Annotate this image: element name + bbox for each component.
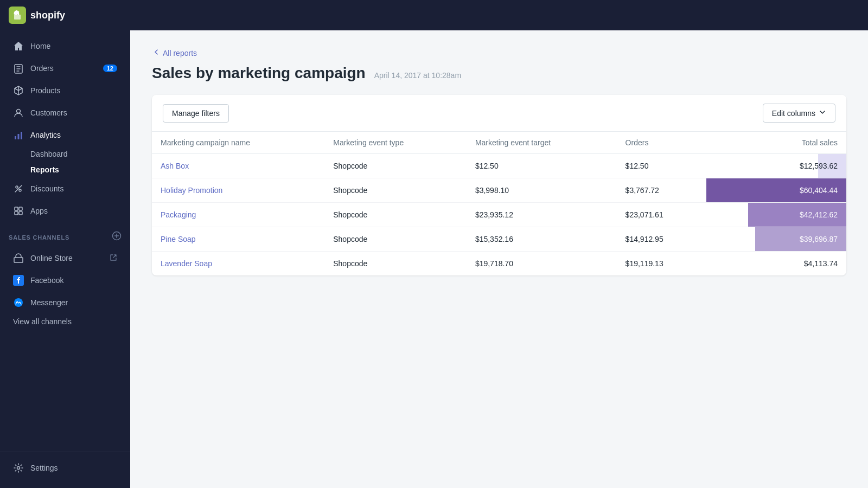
sidebar-item-home-label: Home — [30, 42, 50, 50]
total-sales-cell: $60,404.44 — [706, 178, 847, 203]
external-link-icon[interactable] — [110, 254, 117, 263]
event-target-cell: $15,352.16 — [467, 227, 617, 252]
table-row: Pine SoapShopcode$15,352.16$14,912.95$39… — [152, 227, 846, 252]
messenger-icon — [13, 297, 24, 308]
facebook-icon — [13, 275, 24, 286]
sidebar-item-messenger-label: Messenger — [30, 298, 68, 307]
total-sales-value: $39,696.87 — [706, 227, 847, 251]
orders-badge: 12 — [103, 65, 117, 72]
products-icon — [13, 85, 24, 96]
total-sales-cell: $4,113.74 — [706, 252, 847, 276]
view-all-channels[interactable]: View all channels — [4, 314, 126, 329]
col-campaign-name: Marketing campaign name — [152, 132, 324, 154]
orders-cell: $3,767.72 — [617, 178, 706, 203]
back-link[interactable]: All reports — [152, 48, 846, 58]
edit-columns-button[interactable]: Edit columns — [763, 104, 835, 123]
sidebar-item-facebook[interactable]: Facebook — [4, 269, 126, 291]
table-row: Lavender SoapShopcode$19,718.70$19,119.1… — [152, 252, 846, 276]
col-orders: Orders — [617, 132, 706, 154]
discounts-icon — [13, 183, 24, 194]
event-target-cell: $19,718.70 — [467, 252, 617, 276]
svg-point-6 — [16, 186, 18, 188]
sidebar-item-orders-label: Orders — [30, 64, 54, 73]
sidebar-sub-dashboard[interactable]: Dashboard — [4, 146, 126, 162]
event-target-cell: $3,998.10 — [467, 178, 617, 203]
sidebar-item-customers-label: Customers — [30, 108, 67, 117]
svg-point-7 — [19, 189, 21, 191]
logo-text: shopify — [30, 10, 65, 21]
event-target-cell: $23,935.12 — [467, 203, 617, 227]
sidebar-item-settings-label: Settings — [30, 464, 58, 472]
sidebar-sub-reports-label: Reports — [30, 165, 59, 174]
sidebar-item-home[interactable]: Home — [4, 35, 126, 57]
event-target-cell: $12.50 — [467, 154, 617, 178]
shopify-logo[interactable]: shopify — [9, 7, 65, 24]
apps-icon — [13, 206, 24, 216]
col-total-sales: Total sales — [706, 132, 847, 154]
campaign-name-cell[interactable]: Pine Soap — [152, 227, 324, 252]
total-sales-value: $60,404.44 — [706, 178, 847, 202]
sidebar-item-online-store[interactable]: Online Store — [4, 247, 126, 269]
col-event-target: Marketing event target — [467, 132, 617, 154]
sidebar-item-analytics[interactable]: Analytics — [4, 124, 126, 146]
sidebar-item-settings[interactable]: Settings — [4, 457, 126, 479]
sidebar-item-products[interactable]: Products — [4, 80, 126, 101]
event-type-cell: Shopcode — [324, 154, 467, 178]
add-channel-icon[interactable] — [112, 231, 122, 243]
svg-rect-5 — [21, 132, 22, 139]
sidebar-item-discounts[interactable]: Discounts — [4, 178, 126, 200]
event-type-cell: Shopcode — [324, 227, 467, 252]
store-icon — [13, 253, 24, 264]
sidebar-item-apps[interactable]: Apps — [4, 200, 126, 222]
page-title: Sales by marketing campaign — [152, 65, 366, 82]
col-event-type: Marketing event type — [324, 132, 467, 154]
campaign-name-cell[interactable]: Lavender Soap — [152, 252, 324, 276]
total-sales-value: $4,113.74 — [706, 252, 847, 275]
sidebar-item-online-store-label: Online Store — [30, 254, 73, 262]
total-sales-cell: $42,412.62 — [706, 203, 847, 227]
orders-icon — [13, 63, 24, 74]
svg-rect-11 — [19, 211, 22, 215]
orders-cell: $12.50 — [617, 154, 706, 178]
shopify-logo-icon — [9, 7, 26, 24]
sidebar: Home Orders 12 Products — [0, 30, 130, 488]
sales-channels-label: SALES CHANNELS — [9, 234, 69, 241]
total-sales-value: $42,412.62 — [706, 203, 847, 227]
sales-channels-section: SALES CHANNELS — [0, 222, 130, 247]
table-row: Ash BoxShopcode$12.50$12.50$12,593.62 — [152, 154, 846, 178]
svg-rect-9 — [19, 207, 22, 210]
settings-icon — [13, 463, 24, 473]
campaign-name-cell[interactable]: Holiday Promotion — [152, 178, 324, 203]
report-table: Marketing campaign name Marketing event … — [152, 132, 846, 275]
sidebar-item-customers[interactable]: Customers — [4, 102, 126, 124]
total-sales-cell: $12,593.62 — [706, 154, 847, 178]
main-content: All reports Sales by marketing campaign … — [130, 30, 868, 488]
svg-point-16 — [17, 467, 20, 470]
table-row: PackagingShopcode$23,935.12$23,071.61$42… — [152, 203, 846, 227]
sidebar-sub-reports[interactable]: Reports — [4, 162, 126, 177]
event-type-cell: Shopcode — [324, 203, 467, 227]
sidebar-item-products-label: Products — [30, 86, 60, 95]
orders-cell: $14,912.95 — [617, 227, 706, 252]
page-date: April 14, 2017 at 10:28am — [374, 71, 461, 80]
sidebar-item-discounts-label: Discounts — [30, 184, 63, 193]
svg-point-2 — [17, 110, 21, 113]
svg-rect-3 — [15, 136, 16, 139]
back-arrow-icon — [152, 48, 161, 58]
home-icon — [13, 41, 24, 52]
svg-rect-4 — [18, 134, 20, 139]
analytics-icon — [13, 130, 24, 140]
customers-icon — [13, 107, 24, 118]
sidebar-item-orders[interactable]: Orders 12 — [4, 57, 126, 79]
sidebar-item-apps-label: Apps — [30, 207, 48, 215]
campaign-name-cell[interactable]: Packaging — [152, 203, 324, 227]
total-sales-cell: $39,696.87 — [706, 227, 847, 252]
manage-filters-button[interactable]: Manage filters — [163, 104, 229, 123]
orders-cell: $23,071.61 — [617, 203, 706, 227]
campaign-name-cell[interactable]: Ash Box — [152, 154, 324, 178]
svg-rect-8 — [15, 207, 18, 210]
sidebar-item-messenger[interactable]: Messenger — [4, 292, 126, 313]
svg-rect-0 — [14, 15, 21, 20]
orders-cell: $19,119.13 — [617, 252, 706, 276]
sidebar-item-analytics-label: Analytics — [30, 131, 61, 139]
